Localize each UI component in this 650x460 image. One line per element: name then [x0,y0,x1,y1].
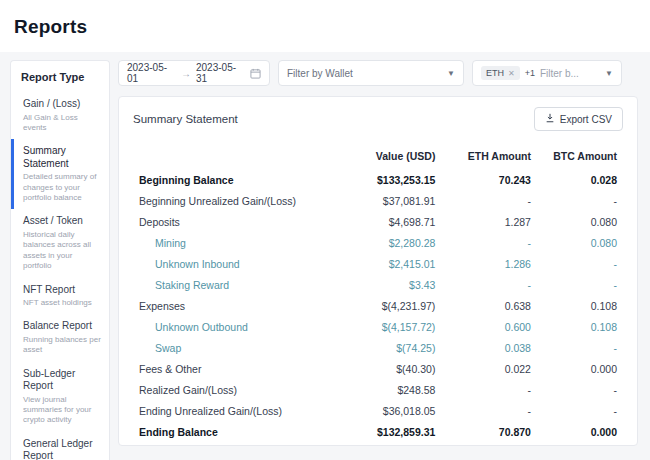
sidebar-item-label: NFT Report [23,284,101,297]
token-filter-input[interactable]: Filter b... [540,68,600,79]
cell-btc-amount: - [531,337,617,358]
table-row: Beginning Unrealized Gain/(Loss) $37,081… [139,190,617,211]
table-row: Swap $(74.25) 0.038 - [139,337,617,358]
date-range-picker[interactable]: 2023-05-01 → 2023-05-31 [118,60,270,86]
row-label: Beginning Balance [139,169,330,190]
row-label: Beginning Unrealized Gain/(Loss) [139,190,330,211]
sidebar-item-balance-report[interactable]: Balance Report Running balances per asse… [11,314,109,361]
sidebar-item-subtitle: NFT asset holdings [23,298,101,308]
sidebar-item-subtitle: Detailed summary of changes to your port… [23,172,101,203]
cell-eth-amount: 0.600 [435,316,531,337]
cell-btc-amount: 0.000 [531,421,617,442]
cell-btc-amount: - [531,190,617,211]
sidebar-item-gain-loss[interactable]: Gain / (Loss) All Gain & Loss events [11,92,109,139]
cell-value-usd: $(4,231.97) [330,295,435,316]
row-label: Fees & Other [139,358,330,379]
cell-btc-amount: 0.108 [531,295,617,316]
table-row: Beginning Balance $133,253.15 70.243 0.0… [139,169,617,190]
row-label[interactable]: Mining [139,232,330,253]
cell-eth-amount: 70.243 [435,169,531,190]
col-header-value-usd: Value (USD) [330,145,435,169]
wallet-filter-placeholder: Filter by Wallet [287,68,353,79]
wallet-filter-select[interactable]: Filter by Wallet ▼ [278,60,464,86]
sidebar-item-subtitle: Historical daily balances across all ass… [23,230,101,272]
card-title: Summary Statement [133,113,238,125]
table-row: Fees & Other $(40.30) 0.022 0.000 [139,358,617,379]
row-label[interactable]: Unknown Inbound [139,253,330,274]
summary-table: Value (USD) ETH Amount BTC Amount Beginn… [139,145,617,442]
table-header-row: Value (USD) ETH Amount BTC Amount [139,145,617,169]
cell-eth-amount: 0.022 [435,358,531,379]
table-row: Unknown Outbound $(4,157.72) 0.600 0.108 [139,316,617,337]
table-row: Ending Unrealized Gain/(Loss) $36,018.05… [139,400,617,421]
cell-eth-amount: - [435,379,531,400]
col-header-btc-amount: BTC Amount [531,145,617,169]
cell-btc-amount: 0.000 [531,358,617,379]
cell-value-usd: $(74.25) [330,337,435,358]
row-label[interactable]: Swap [139,337,330,358]
row-label[interactable]: Unknown Outbound [139,316,330,337]
col-header-empty [139,145,330,169]
sidebar-item-general-ledger-report[interactable]: General Ledger Report View journal summa… [11,432,109,460]
cell-eth-amount: - [435,274,531,295]
table-row: Deposits $4,698.71 1.287 0.080 [139,211,617,232]
cell-value-usd: $248.58 [330,379,435,400]
table-row: Expenses $(4,231.97) 0.638 0.108 [139,295,617,316]
sidebar-item-label: Asset / Token [23,215,101,228]
col-header-eth-amount: ETH Amount [435,145,531,169]
cell-eth-amount: - [435,232,531,253]
cell-eth-amount: - [435,400,531,421]
sidebar-item-subtitle: View journal summaries for your crypto a… [23,395,101,426]
export-csv-label: Export CSV [560,114,612,125]
token-extra-count: +1 [525,68,535,78]
sidebar-item-label: General Ledger Report [23,438,101,460]
sidebar-item-summary-statement[interactable]: Summary Statement Detailed summary of ch… [11,139,109,209]
sidebar-item-nft-report[interactable]: NFT Report NFT asset holdings [11,278,109,315]
cell-eth-amount: 0.638 [435,295,531,316]
chevron-down-icon: ▼ [605,69,613,78]
cell-eth-amount: - [435,190,531,211]
cell-value-usd: $3.43 [330,274,435,295]
cell-value-usd: $(4,157.72) [330,316,435,337]
token-tag-eth: ETH ✕ [481,66,520,80]
card-header: Summary Statement Export CSV [119,97,637,139]
cell-value-usd: $36,018.05 [330,400,435,421]
sidebar-item-asset-token[interactable]: Asset / Token Historical daily balances … [11,209,109,277]
row-label: Realized Gain/(Loss) [139,379,330,400]
sidebar-item-subtitle: Running balances per asset [23,335,101,356]
cell-btc-amount: - [531,379,617,400]
sidebar-title: Report Type [11,61,109,92]
cell-eth-amount: 1.287 [435,211,531,232]
filter-toolbar: 2023-05-01 → 2023-05-31 Filter by Wallet… [118,60,638,86]
sidebar-item-label: Gain / (Loss) [23,98,101,111]
sidebar-item-label: Sub-Ledger Report [23,368,101,393]
table-row: Unknown Inbound $2,415.01 1.286 - [139,253,617,274]
cell-eth-amount: 1.286 [435,253,531,274]
cell-value-usd: $37,081.91 [330,190,435,211]
sidebar-list: Gain / (Loss) All Gain & Loss events Sum… [11,92,109,460]
table-row: Staking Reward $3.43 - - [139,274,617,295]
date-end: 2023-05-31 [196,62,245,84]
sidebar-item-label: Summary Statement [23,145,101,170]
chevron-down-icon: ▼ [447,69,455,78]
export-csv-button[interactable]: Export CSV [534,107,623,131]
row-label: Ending Balance [139,421,330,442]
cell-value-usd: $132,859.31 [330,421,435,442]
date-range-arrow-icon: → [181,68,191,79]
date-start: 2023-05-01 [127,62,176,84]
top-header: Reports [0,0,650,52]
row-label[interactable]: Staking Reward [139,274,330,295]
calendar-icon [250,68,261,79]
sidebar-item-sub-ledger-report[interactable]: Sub-Ledger Report View journal summaries… [11,362,109,432]
cell-btc-amount: 0.080 [531,232,617,253]
cell-value-usd: $2,415.01 [330,253,435,274]
token-filter-select[interactable]: ETH ✕ +1 Filter b... ▼ [472,60,622,86]
cell-btc-amount: - [531,274,617,295]
row-label: Deposits [139,211,330,232]
table-row: Ending Balance $132,859.31 70.870 0.000 [139,421,617,442]
cell-value-usd: $2,280.28 [330,232,435,253]
cell-eth-amount: 0.038 [435,337,531,358]
table-row: Realized Gain/(Loss) $248.58 - - [139,379,617,400]
table-row: Mining $2,280.28 - 0.080 [139,232,617,253]
close-icon[interactable]: ✕ [508,69,515,78]
